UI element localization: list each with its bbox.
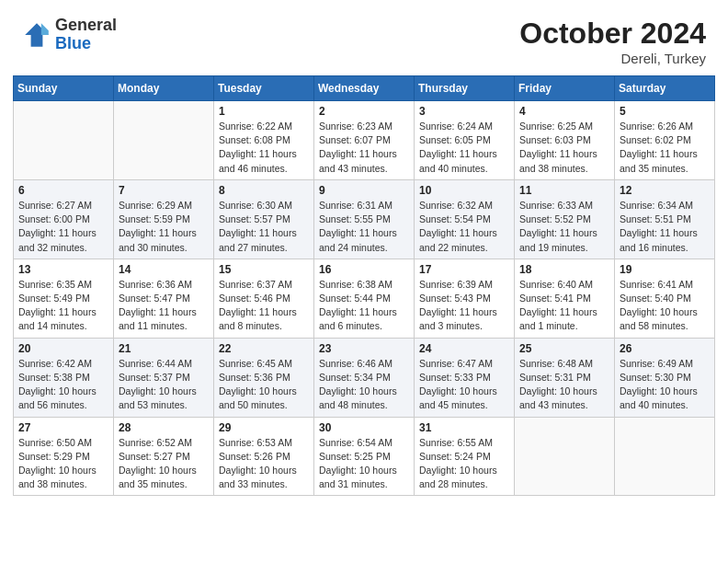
- day-number: 10: [419, 184, 509, 197]
- day-info: Sunrise: 6:38 AMSunset: 5:44 PMDaylight:…: [319, 278, 409, 334]
- calendar-day-cell: 30Sunrise: 6:54 AMSunset: 5:25 PMDayligh…: [314, 417, 415, 496]
- calendar-day-cell: [515, 417, 615, 496]
- day-number: 27: [18, 421, 108, 434]
- day-number: 6: [18, 184, 108, 197]
- day-info: Sunrise: 6:32 AMSunset: 5:54 PMDaylight:…: [419, 199, 509, 255]
- calendar-day-cell: 25Sunrise: 6:48 AMSunset: 5:31 PMDayligh…: [515, 338, 615, 417]
- day-info: Sunrise: 6:29 AMSunset: 5:59 PMDaylight:…: [119, 199, 209, 255]
- calendar-header-row: SundayMondayTuesdayWednesdayThursdayFrid…: [14, 76, 715, 101]
- day-number: 9: [319, 184, 409, 197]
- day-number: 16: [319, 263, 409, 276]
- calendar-day-cell: 26Sunrise: 6:49 AMSunset: 5:30 PMDayligh…: [615, 338, 715, 417]
- day-info: Sunrise: 6:36 AMSunset: 5:47 PMDaylight:…: [119, 278, 209, 334]
- subtitle: Dereli, Turkey: [519, 51, 706, 66]
- logo: General Blue: [22, 17, 117, 53]
- day-number: 12: [620, 184, 710, 197]
- calendar-header-cell: Sunday: [14, 76, 114, 101]
- day-number: 26: [620, 342, 710, 355]
- calendar-header-cell: Tuesday: [214, 76, 314, 101]
- calendar-header-cell: Thursday: [415, 76, 515, 101]
- calendar-day-cell: 31Sunrise: 6:55 AMSunset: 5:24 PMDayligh…: [415, 417, 515, 496]
- day-number: 4: [519, 105, 609, 118]
- calendar-table: SundayMondayTuesdayWednesdayThursdayFrid…: [13, 75, 715, 496]
- calendar-day-cell: 18Sunrise: 6:40 AMSunset: 5:41 PMDayligh…: [515, 259, 615, 338]
- day-info: Sunrise: 6:46 AMSunset: 5:34 PMDaylight:…: [319, 357, 409, 413]
- calendar-week-row: 20Sunrise: 6:42 AMSunset: 5:38 PMDayligh…: [14, 338, 715, 417]
- calendar-day-cell: 27Sunrise: 6:50 AMSunset: 5:29 PMDayligh…: [14, 417, 114, 496]
- title-block: October 2024 Dereli, Turkey: [519, 17, 706, 66]
- day-number: 11: [519, 184, 609, 197]
- day-number: 19: [620, 263, 710, 276]
- day-info: Sunrise: 6:35 AMSunset: 5:49 PMDaylight:…: [18, 278, 108, 334]
- day-info: Sunrise: 6:47 AMSunset: 5:33 PMDaylight:…: [419, 357, 509, 413]
- day-number: 25: [519, 342, 609, 355]
- header: General Blue October 2024 Dereli, Turkey: [0, 0, 728, 75]
- calendar-day-cell: 29Sunrise: 6:53 AMSunset: 5:26 PMDayligh…: [214, 417, 314, 496]
- day-number: 13: [18, 263, 108, 276]
- day-info: Sunrise: 6:49 AMSunset: 5:30 PMDaylight:…: [620, 357, 710, 413]
- calendar-day-cell: 23Sunrise: 6:46 AMSunset: 5:34 PMDayligh…: [314, 338, 415, 417]
- calendar-header-cell: Monday: [114, 76, 214, 101]
- calendar-day-cell: 17Sunrise: 6:39 AMSunset: 5:43 PMDayligh…: [415, 259, 515, 338]
- day-info: Sunrise: 6:34 AMSunset: 5:51 PMDaylight:…: [620, 199, 710, 255]
- calendar-day-cell: [14, 101, 114, 180]
- day-info: Sunrise: 6:44 AMSunset: 5:37 PMDaylight:…: [119, 357, 209, 413]
- day-info: Sunrise: 6:31 AMSunset: 5:55 PMDaylight:…: [319, 199, 409, 255]
- day-info: Sunrise: 6:23 AMSunset: 6:07 PMDaylight:…: [319, 120, 409, 176]
- calendar-day-cell: 7Sunrise: 6:29 AMSunset: 5:59 PMDaylight…: [114, 179, 214, 259]
- calendar-day-cell: 12Sunrise: 6:34 AMSunset: 5:51 PMDayligh…: [615, 179, 715, 259]
- day-number: 29: [219, 421, 309, 434]
- day-number: 7: [119, 184, 209, 197]
- logo-text: General Blue: [55, 17, 117, 53]
- calendar-header-cell: Saturday: [615, 76, 715, 101]
- calendar-day-cell: 28Sunrise: 6:52 AMSunset: 5:27 PMDayligh…: [114, 417, 214, 496]
- day-number: 18: [519, 263, 609, 276]
- day-info: Sunrise: 6:37 AMSunset: 5:46 PMDaylight:…: [219, 278, 309, 334]
- day-info: Sunrise: 6:26 AMSunset: 6:02 PMDaylight:…: [620, 120, 710, 176]
- logo-icon: [22, 20, 51, 50]
- day-info: Sunrise: 6:55 AMSunset: 5:24 PMDaylight:…: [419, 436, 509, 492]
- calendar-day-cell: 13Sunrise: 6:35 AMSunset: 5:49 PMDayligh…: [14, 259, 114, 338]
- day-info: Sunrise: 6:42 AMSunset: 5:38 PMDaylight:…: [18, 357, 108, 413]
- day-number: 3: [419, 105, 509, 118]
- calendar-day-cell: 24Sunrise: 6:47 AMSunset: 5:33 PMDayligh…: [415, 338, 515, 417]
- day-number: 15: [219, 263, 309, 276]
- calendar-week-row: 1Sunrise: 6:22 AMSunset: 6:08 PMDaylight…: [14, 101, 715, 180]
- calendar-day-cell: 14Sunrise: 6:36 AMSunset: 5:47 PMDayligh…: [114, 259, 214, 338]
- day-number: 5: [620, 105, 710, 118]
- page: General Blue October 2024 Dereli, Turkey…: [0, 0, 728, 563]
- calendar-day-cell: 10Sunrise: 6:32 AMSunset: 5:54 PMDayligh…: [415, 179, 515, 259]
- calendar-day-cell: 2Sunrise: 6:23 AMSunset: 6:07 PMDaylight…: [314, 101, 415, 180]
- calendar-day-cell: 3Sunrise: 6:24 AMSunset: 6:05 PMDaylight…: [415, 101, 515, 180]
- calendar-day-cell: 15Sunrise: 6:37 AMSunset: 5:46 PMDayligh…: [214, 259, 314, 338]
- day-number: 14: [119, 263, 209, 276]
- month-title: October 2024: [519, 17, 706, 51]
- calendar-header-cell: Wednesday: [314, 76, 415, 101]
- calendar-day-cell: 16Sunrise: 6:38 AMSunset: 5:44 PMDayligh…: [314, 259, 415, 338]
- day-number: 28: [119, 421, 209, 434]
- calendar-day-cell: 22Sunrise: 6:45 AMSunset: 5:36 PMDayligh…: [214, 338, 314, 417]
- day-number: 17: [419, 263, 509, 276]
- day-info: Sunrise: 6:54 AMSunset: 5:25 PMDaylight:…: [319, 436, 409, 492]
- day-info: Sunrise: 6:45 AMSunset: 5:36 PMDaylight:…: [219, 357, 309, 413]
- calendar-header-cell: Friday: [515, 76, 615, 101]
- day-info: Sunrise: 6:48 AMSunset: 5:31 PMDaylight:…: [519, 357, 609, 413]
- logo-blue: Blue: [55, 35, 117, 53]
- calendar-day-cell: 4Sunrise: 6:25 AMSunset: 6:03 PMDaylight…: [515, 101, 615, 180]
- day-info: Sunrise: 6:52 AMSunset: 5:27 PMDaylight:…: [119, 436, 209, 492]
- calendar-day-cell: 5Sunrise: 6:26 AMSunset: 6:02 PMDaylight…: [615, 101, 715, 180]
- calendar-week-row: 13Sunrise: 6:35 AMSunset: 5:49 PMDayligh…: [14, 259, 715, 338]
- calendar-day-cell: 1Sunrise: 6:22 AMSunset: 6:08 PMDaylight…: [214, 101, 314, 180]
- calendar-day-cell: 8Sunrise: 6:30 AMSunset: 5:57 PMDaylight…: [214, 179, 314, 259]
- calendar-day-cell: [114, 101, 214, 180]
- svg-marker-1: [41, 23, 49, 35]
- day-number: 23: [319, 342, 409, 355]
- calendar-day-cell: 6Sunrise: 6:27 AMSunset: 6:00 PMDaylight…: [14, 179, 114, 259]
- day-number: 1: [219, 105, 309, 118]
- logo-general: General: [55, 17, 117, 35]
- day-info: Sunrise: 6:22 AMSunset: 6:08 PMDaylight:…: [219, 120, 309, 176]
- day-number: 24: [419, 342, 509, 355]
- calendar-day-cell: 9Sunrise: 6:31 AMSunset: 5:55 PMDaylight…: [314, 179, 415, 259]
- day-number: 8: [219, 184, 309, 197]
- calendar-day-cell: [615, 417, 715, 496]
